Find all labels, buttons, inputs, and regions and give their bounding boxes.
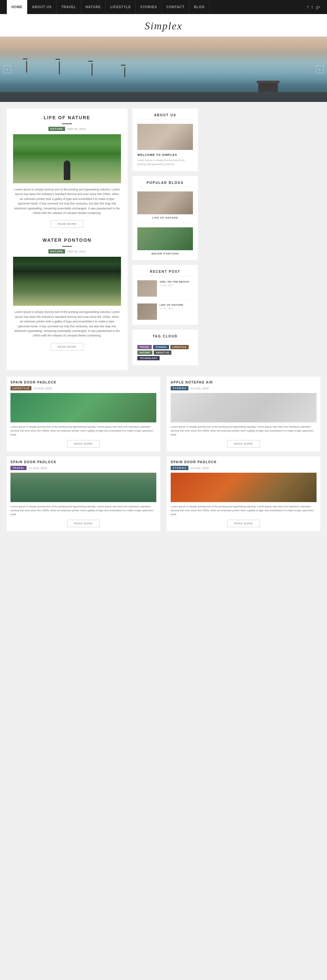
sidebar-recent-item-1: GIRL ON THE BEACH 12 Oct, 2015 [137, 280, 193, 300]
grid-post-date-2: 12 AUG, 2015 [190, 387, 209, 390]
twitter-icon[interactable]: t [312, 5, 313, 10]
sidebar-recent-image-2 [137, 304, 157, 320]
grid-post-meta-3: TRAVEL 12 AUG, 2015 [10, 466, 156, 470]
read-more-button-2[interactable]: READ MORE [51, 343, 83, 350]
sidebar-about-title: ABOUT US [137, 113, 193, 120]
grid-post-date-1: 12 AUG, 2015 [33, 387, 52, 390]
sidebar-recent-item-2: LIEF OF NATURE 17 Oct, 2015 [137, 304, 193, 320]
hero-image [0, 37, 327, 102]
nav-lifestyle[interactable]: LIFESTYLE [105, 0, 136, 14]
grid-post-title-3: SPAIN DOOR PADLOCK [10, 460, 156, 464]
article-image-2 [13, 257, 121, 306]
article-life-of-nature: LIFE OF NATURE NATURE SEP 29, 2015 Lorem… [13, 115, 121, 228]
hero-next-button[interactable]: › [316, 65, 324, 73]
grid-post-tag-4[interactable]: STORIES [171, 466, 188, 470]
site-logo[interactable]: Simplex [0, 20, 327, 32]
main-layout: LIFE OF NATURE NATURE SEP 29, 2015 Lorem… [0, 102, 327, 377]
hero-prev-button[interactable]: ‹ [3, 65, 11, 73]
nav-contact[interactable]: CONTACT [162, 0, 189, 14]
lamppost-1 [26, 61, 27, 73]
grid-read-more-4[interactable]: READ MORE [227, 520, 260, 527]
grid-post-text-2: Lorem ipsum is simply dummy text of the … [171, 425, 317, 437]
grid-post-date-4: 12 AUG, 2015 [190, 466, 209, 470]
sidebar-recent-info-2: LIEF OF NATURE 17 Oct, 2015 [160, 304, 193, 310]
sidebar-recent-post-title-1: GIRL ON THE BEACH [160, 280, 193, 283]
article-divider-1 [62, 124, 72, 124]
grid-post-meta-2: STORIES 12 AUG, 2015 [171, 386, 317, 390]
grid-read-more-1[interactable]: READ MORE [67, 440, 100, 447]
nav-blog[interactable]: BLOG [189, 0, 210, 14]
sidebar-about-text: Lorem ipsum is simply dummy text of the … [137, 158, 193, 166]
grid-post-tag-2[interactable]: STORIES [171, 386, 188, 390]
grid-post-title-2: APPLE NOTEPAD AIR [171, 380, 317, 384]
nature-scene-img [13, 134, 121, 183]
grid-post-tag-1[interactable]: LIFESTYLE [10, 386, 31, 390]
sidebar-blog-label-2: WATER PONTOON [137, 252, 193, 255]
sidebar-recent-post-title-2: LIEF OF NATURE [160, 304, 193, 306]
tag-cloud: TRAVEL STORIES LIFESTYLE NATURE ABOUT US… [137, 345, 193, 360]
grid-post-3: SPAIN DOOR PADLOCK TRAVEL 12 AUG, 2015 L… [6, 457, 160, 531]
sidebar-recent-title: RECENT POST [137, 270, 193, 276]
nav-travel[interactable]: TRAVEL [57, 0, 81, 14]
grid-post-image-1 [10, 393, 156, 422]
grid-post-meta-4: STORIES 12 AUG, 2015 [171, 466, 317, 470]
sidebar-blog-image-1 [137, 191, 193, 214]
article-text-2: Lorem ipsum is simply dummy text of the … [13, 310, 121, 338]
water-scene-img [13, 257, 121, 306]
sidebar-tagcloud-title: TAG CLOUD [137, 334, 193, 341]
googleplus-icon[interactable]: g+ [316, 5, 321, 10]
article-meta-1: NATURE SEP 29, 2015 [13, 127, 121, 131]
article-text-1: Lorem ipsum is simply dummy text of the … [13, 187, 121, 215]
article-date-2: SEP 26, 2015 [68, 250, 86, 253]
article-image-1 [13, 134, 121, 183]
sidebar-popular-section: POPULAR BLOGS LIFE OF NATURE WATER PONTO… [132, 176, 198, 260]
article-date-1: SEP 29, 2015 [68, 127, 86, 130]
nav-links: HOME ABOUT US TRAVEL NATURE LIFESTYLE ST… [6, 0, 210, 14]
logo-bar: Simplex [0, 14, 327, 37]
article-tag-2[interactable]: NATURE [48, 249, 65, 253]
sidebar: ABOUT US WELCOME TO SIMPLEX Lorem ipsum … [132, 108, 198, 370]
lamppost-2 [59, 61, 60, 75]
sidebar-tagcloud-section: TAG CLOUD TRAVEL STORIES LIFESTYLE NATUR… [132, 329, 198, 365]
tag-travel[interactable]: TRAVEL [137, 345, 152, 349]
article-title-2: WATER PONTOON [13, 237, 121, 243]
tag-technology[interactable]: TECHNOLOGY [137, 356, 160, 360]
grid-posts: SPAIN DOOR PADLOCK LIFESTYLE 12 AUG, 201… [6, 377, 321, 536]
nav-stories[interactable]: STORIES [136, 0, 162, 14]
sidebar-blog-image-2 [137, 228, 193, 250]
sidebar-recent-section: RECENT POST GIRL ON THE BEACH 12 Oct, 20… [132, 265, 198, 325]
article-tag-1[interactable]: NATURE [48, 127, 65, 131]
nav-home[interactable]: HOME [6, 0, 27, 14]
nav-about[interactable]: ABOUT US [27, 0, 57, 14]
content-area: LIFE OF NATURE NATURE SEP 29, 2015 Lorem… [6, 108, 128, 370]
grid-post-tag-3[interactable]: TRAVEL [10, 466, 27, 470]
hero-banner: ‹ › [0, 37, 327, 102]
navigation: HOME ABOUT US TRAVEL NATURE LIFESTYLE ST… [0, 0, 327, 14]
facebook-icon[interactable]: f [307, 5, 308, 10]
tag-aboutus[interactable]: ABOUT US [154, 350, 172, 355]
read-more-button-1[interactable]: READ MORE [51, 220, 83, 228]
sidebar-popular-title: POPULAR BLOGS [137, 181, 193, 188]
hero-overlay [0, 76, 327, 102]
grid-post-date-3: 12 AUG, 2015 [29, 466, 47, 470]
grid-post-text-4: Lorem ipsum is simply dummy text of the … [171, 505, 317, 517]
tag-stories[interactable]: STORIES [153, 345, 169, 349]
sidebar-blog-item-1: LIFE OF NATURE [137, 191, 193, 223]
article-divider-2 [62, 246, 72, 247]
grid-post-image-2 [171, 393, 317, 422]
grid-post-1: SPAIN DOOR PADLOCK LIFESTYLE 12 AUG, 201… [6, 377, 160, 452]
tag-lifestyle[interactable]: LIFESTYLE [171, 345, 189, 349]
grid-post-image-3 [10, 473, 156, 502]
grid-read-more-2[interactable]: READ MORE [227, 440, 260, 447]
grid-post-title-4: SPAIN DOOR PADLOCK [171, 460, 317, 464]
sidebar-recent-date-1: 12 Oct, 2015 [160, 284, 193, 286]
social-links: f t g+ [307, 5, 321, 10]
sidebar-welcome-title: WELCOME TO SIMPLEX [137, 153, 193, 156]
nav-nature[interactable]: NATURE [81, 0, 106, 14]
article-water-pontoon: WATER PONTOON NATURE SEP 26, 2015 Lorem … [13, 237, 121, 350]
article-title-1: LIFE OF NATURE [13, 115, 121, 120]
grid-read-more-3[interactable]: READ MORE [67, 520, 100, 527]
tag-nature[interactable]: NATURE [137, 350, 152, 355]
grid-post-meta-1: LIFESTYLE 12 AUG, 2015 [10, 386, 156, 390]
article-meta-2: NATURE SEP 26, 2015 [13, 249, 121, 253]
